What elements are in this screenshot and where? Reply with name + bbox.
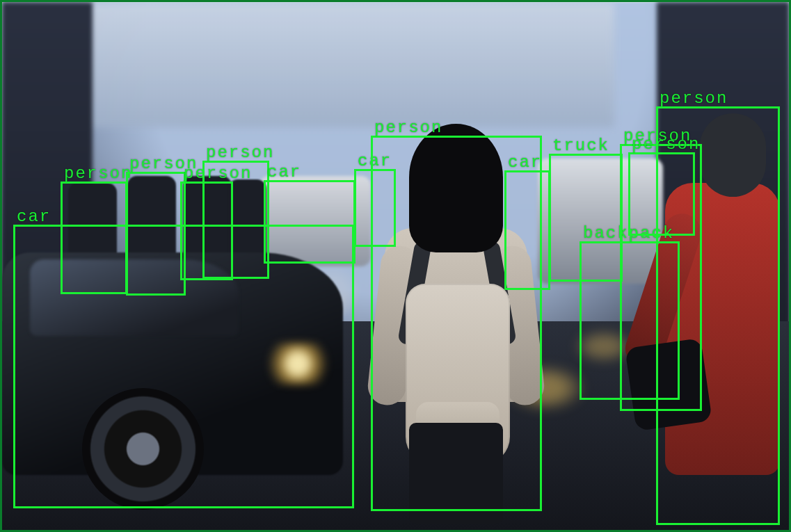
detection-label: car: [267, 163, 301, 182]
detection-label: car: [17, 207, 51, 226]
detection-label: car: [508, 153, 542, 172]
detection-box-person: person: [202, 161, 269, 279]
detection-label: person: [64, 164, 132, 183]
detection-box-person: person: [61, 182, 127, 294]
detection-box-person: person: [126, 172, 186, 296]
scene-sky: [86, 2, 614, 127]
detection-label: person: [206, 143, 274, 162]
detection-box-person: person: [656, 106, 780, 525]
detection-label: truck: [552, 136, 609, 155]
detection-box-car: car: [264, 180, 355, 264]
annotated-frame: carpersonpersonpersonpersoncarcarpersonc…: [0, 0, 791, 532]
detection-label: person: [374, 118, 442, 137]
detection-box-car: car: [504, 170, 550, 290]
detection-label: person: [660, 89, 728, 108]
